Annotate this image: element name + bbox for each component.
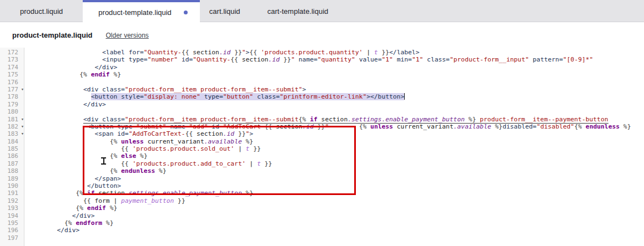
line-number: 173	[0, 56, 19, 63]
fold-gutter-spacer	[19, 49, 26, 56]
code-text[interactable]: </div>	[26, 227, 79, 234]
code-line[interactable]: 191 {% if section.settings.enable_paymen…	[0, 189, 644, 197]
code-line[interactable]: 187 {{ 'products.product.add_to_cart' | …	[0, 160, 644, 167]
code-line[interactable]: 186 {% else %}	[0, 152, 644, 160]
fold-gutter-spacer	[19, 138, 26, 145]
code-text[interactable]: </span>	[26, 175, 121, 182]
line-number: 175	[0, 71, 19, 78]
line-number: 187	[0, 160, 19, 167]
code-text[interactable]: </button>	[26, 182, 121, 189]
code-text[interactable]: <button type="submit" name="add" id="Add…	[26, 123, 631, 130]
code-line[interactable]: 173 <input type="number" id="Quantity-{{…	[0, 56, 644, 63]
fold-arrow-icon[interactable]: ▾	[19, 86, 26, 93]
line-number: 191	[0, 189, 19, 197]
line-number: 196	[0, 227, 19, 234]
file-header: product-template.liquid Older versions	[0, 23, 644, 48]
line-number: 179	[0, 101, 19, 108]
code-line[interactable]: 175 {% endif %}	[0, 71, 644, 78]
code-line[interactable]: 180	[0, 108, 644, 115]
code-line[interactable]: 185 {{ 'products.product.sold_out' | t }…	[0, 145, 644, 152]
code-line[interactable]: 174 </div>	[0, 64, 644, 71]
line-number: 188	[0, 167, 19, 175]
line-number: 190	[0, 182, 19, 189]
code-text[interactable]: <div class="product-form__item product-f…	[26, 86, 306, 93]
line-number: 183	[0, 130, 19, 137]
fold-gutter-spacer	[19, 212, 26, 219]
line-number: 189	[0, 175, 19, 182]
code-line[interactable]: 181▾ <div class="product-form__item prod…	[0, 116, 644, 123]
fold-arrow-icon[interactable]: ▾	[19, 123, 26, 130]
tab-cart-template-liquid[interactable]: cart-template.liquid	[250, 0, 349, 22]
fold-gutter-spacer	[19, 189, 26, 197]
fold-arrow-icon[interactable]: ▾	[19, 116, 26, 123]
code-line[interactable]: 190 </button>	[0, 182, 644, 189]
code-text[interactable]: </div>	[26, 64, 117, 71]
code-text[interactable]: {% unless current_variant.available %}	[26, 138, 253, 145]
tab-label: cart-template.liquid	[268, 7, 329, 16]
tab-cart-liquid[interactable]: cart.liquid	[200, 0, 250, 22]
fold-gutter-spacer	[19, 227, 26, 234]
code-text[interactable]: {% endunless %}	[26, 167, 167, 175]
code-line[interactable]: 192 {{ form | payment_button }}	[0, 197, 644, 204]
fold-gutter-spacer	[19, 145, 26, 152]
text-caret	[404, 93, 405, 100]
fold-gutter-spacer	[19, 108, 26, 115]
tab-product-template-liquid[interactable]: product-template.liquid	[83, 0, 200, 23]
code-line[interactable]: 197	[0, 234, 644, 242]
code-text[interactable]: {% if section.settings.enable_payment_bu…	[26, 189, 253, 197]
code-line[interactable]: 176	[0, 79, 644, 86]
code-line[interactable]: 172 <label for="Quantity-{{ section.id }…	[0, 49, 644, 56]
code-area[interactable]: 172 <label for="Quantity-{{ section.id }…	[0, 48, 644, 246]
fold-gutter-spacer	[19, 56, 26, 63]
tab-label: product.liquid	[20, 7, 63, 16]
code-text[interactable]: <input type="number" id="Quantity-{{ sec…	[26, 56, 593, 63]
code-line[interactable]: 193 {% endif %}	[0, 204, 644, 212]
fold-gutter-spacer	[19, 219, 26, 227]
code-text[interactable]	[26, 79, 27, 86]
code-text[interactable]: <label for="Quantity-{{ section.id }}">{…	[26, 49, 419, 56]
fold-gutter-spacer	[19, 167, 26, 175]
line-number: 186	[0, 152, 19, 160]
code-text[interactable]: </div>	[26, 101, 106, 108]
code-line[interactable]: 194 </div>	[0, 212, 644, 219]
fold-arrow-icon[interactable]: ▾	[19, 130, 26, 137]
code-line[interactable]: 188 {% endunless %}	[0, 167, 644, 175]
line-number: 181	[0, 116, 19, 123]
code-text[interactable]	[26, 108, 27, 115]
code-text[interactable]: <div class="product-form__item product-f…	[26, 116, 608, 123]
code-text[interactable]: {% else %}	[26, 152, 148, 160]
code-text[interactable]	[26, 234, 27, 242]
older-versions-link[interactable]: Older versions	[105, 32, 148, 39]
line-number: 176	[0, 79, 19, 86]
code-text[interactable]: {% endform %}	[26, 219, 113, 227]
code-line[interactable]: 178 <button style="display: none" type="…	[0, 93, 644, 100]
fold-gutter-spacer	[19, 234, 26, 242]
code-line[interactable]: 189 </span>	[0, 175, 644, 182]
line-number: 177	[0, 86, 19, 93]
code-line[interactable]: 183▾ <span id="AddToCartText-{{ section.…	[0, 130, 644, 137]
code-line[interactable]: 196 </div>	[0, 227, 644, 234]
unsaved-changes-dot	[184, 11, 188, 14]
code-line[interactable]: 184 {% unless current_variant.available …	[0, 138, 644, 145]
code-text[interactable]: {{ form | payment_button }}	[26, 197, 185, 204]
tab-label: cart.liquid	[209, 7, 240, 16]
line-number: 174	[0, 64, 19, 71]
selected-text: <button style="display: none" type="butt…	[91, 93, 405, 100]
line-number: 178	[0, 93, 19, 100]
tab-product-liquid[interactable]: product.liquid	[0, 0, 83, 22]
code-editor-window: product.liquid product-template.liquid c…	[0, 0, 644, 246]
code-text[interactable]: {% endif %}	[26, 204, 117, 212]
code-line[interactable]: 195 {% endform %}	[0, 219, 644, 227]
code-text[interactable]: <button style="display: none" type="butt…	[26, 93, 405, 100]
code-text[interactable]: {{ 'products.product.sold_out' | t }}	[26, 145, 261, 152]
fold-gutter-spacer	[19, 182, 26, 189]
code-line[interactable]: 179 </div>	[0, 101, 644, 108]
code-line[interactable]: 177▾ <div class="product-form__item prod…	[0, 86, 644, 93]
code-text[interactable]: <span id="AddToCartText-{{ section.id }}…	[26, 130, 253, 137]
code-text[interactable]: {{ 'products.product.add_to_cart' | t }}	[26, 160, 272, 167]
fold-gutter-spacer	[19, 204, 26, 212]
code-text[interactable]: {% endif %}	[26, 71, 121, 78]
code-line[interactable]: 182▾ <button type="submit" name="add" id…	[0, 123, 644, 130]
fold-gutter-spacer	[19, 152, 26, 160]
code-text[interactable]: </div>	[26, 212, 94, 219]
